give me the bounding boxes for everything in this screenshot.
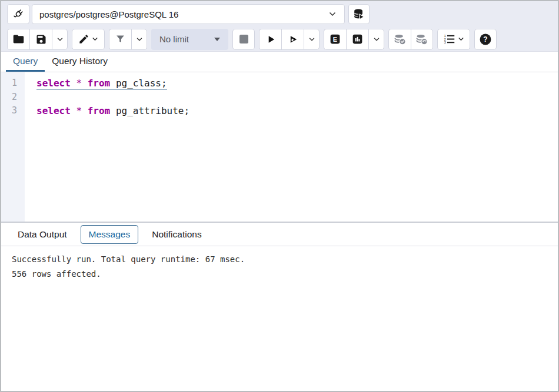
line-number: 3: [1, 104, 17, 118]
sql-editor[interactable]: 123 select * from pg_class;select * from…: [1, 72, 558, 222]
editor-line[interactable]: select * from pg_class;: [36, 76, 558, 91]
play-icon: [265, 33, 277, 45]
sql-token-plain: [71, 105, 76, 116]
sql-token-keyword: from: [88, 105, 111, 116]
sql-token-keyword: select: [36, 105, 71, 116]
commit-database-check-icon: [394, 33, 407, 46]
filter-button-group: [109, 29, 147, 50]
editor-line[interactable]: select * from pg_attribute;: [36, 104, 558, 118]
filter-button[interactable]: [109, 29, 131, 50]
open-file-button[interactable]: [7, 29, 29, 50]
stop-button[interactable]: [232, 29, 255, 50]
tab-query-history-label: Query History: [52, 56, 108, 66]
edit-dropdown-button[interactable]: [72, 29, 105, 50]
tab-notifications[interactable]: Notifications: [144, 225, 209, 244]
filter-funnel-icon: [115, 33, 126, 45]
chevron-down-icon: [308, 35, 316, 43]
sql-token-keyword: select: [36, 78, 71, 89]
tab-data-output[interactable]: Data Output: [9, 225, 75, 244]
execute-button[interactable]: [259, 29, 281, 50]
chevron-down-icon: [372, 35, 381, 43]
sql-token-operator: *: [76, 78, 82, 89]
tab-query[interactable]: Query: [6, 52, 45, 72]
macros-dropdown-button[interactable]: 1 2 3: [437, 29, 470, 50]
bar-chart-icon: [351, 33, 364, 45]
explain-options-dropdown[interactable]: [368, 29, 384, 50]
sql-token-plain: pg_attribute;: [110, 105, 189, 116]
chevron-down-icon: [91, 35, 99, 43]
svg-text:?: ?: [483, 35, 487, 43]
row-limit-select[interactable]: No limit: [151, 29, 228, 50]
floppy-save-icon: [35, 33, 47, 45]
folder-icon: [12, 33, 25, 45]
message-line: Successfully run. Total query runtime: 6…: [12, 252, 547, 267]
line-number: 1: [1, 76, 17, 91]
explain-button-group: E: [324, 29, 384, 50]
sql-token-operator: *: [76, 105, 82, 116]
explain-e-icon: E: [329, 33, 341, 45]
chevron-down-icon: [56, 35, 64, 43]
editor-line[interactable]: [36, 91, 558, 105]
play-cursor-icon: [287, 33, 299, 45]
query-tool-window: postgres/postgres@PostgreSQL 16: [0, 0, 559, 392]
messages-panel: Successfully run. Total query runtime: 6…: [1, 246, 558, 391]
sql-token-keyword: from: [88, 78, 111, 89]
file-button-group: [7, 29, 68, 50]
query-tab-bar: Query Query History: [1, 52, 558, 72]
help-button-group: ?: [474, 29, 497, 50]
help-button[interactable]: ?: [474, 29, 497, 50]
svg-text:E: E: [333, 36, 337, 43]
dropdown-triangle-icon: [214, 38, 220, 41]
output-tab-bar: Data Output Messages Notifications: [1, 223, 558, 246]
connection-label: postgres/postgres@PostgreSQL 16: [39, 9, 178, 19]
help-question-icon: ?: [479, 33, 492, 46]
line-number: 2: [1, 91, 17, 105]
new-query-tool-button[interactable]: [348, 4, 370, 24]
sql-token-plain: [82, 105, 88, 116]
message-line: 556 rows affected.: [12, 267, 547, 282]
macros-button-group: 1 2 3: [437, 29, 470, 50]
editor-code-area[interactable]: select * from pg_class;select * from pg_…: [25, 72, 558, 222]
tab-messages-label: Messages: [89, 229, 131, 239]
execute-button-group: [259, 29, 320, 50]
edit-button-group: [72, 29, 105, 50]
sql-token-plain: pg_class;: [110, 78, 167, 89]
connection-selector[interactable]: postgres/postgres@PostgreSQL 16: [32, 4, 345, 24]
tab-query-history[interactable]: Query History: [45, 52, 115, 72]
rollback-database-undo-icon: [415, 33, 428, 46]
svg-text:3: 3: [444, 41, 445, 44]
execute-options-dropdown[interactable]: [304, 29, 320, 50]
connection-status-button[interactable]: [7, 4, 29, 24]
commit-button[interactable]: [388, 29, 411, 50]
chevron-down-icon: [457, 35, 465, 43]
chevron-down-icon: [328, 9, 337, 19]
explain-button[interactable]: E: [324, 29, 346, 50]
editor-gutter: 123: [1, 72, 25, 222]
filter-options-dropdown[interactable]: [131, 29, 147, 50]
stop-button-group: [232, 29, 255, 50]
transaction-button-group: [388, 29, 433, 50]
sql-token-plain: [82, 78, 88, 89]
pencil-icon: [78, 33, 89, 45]
explain-analyze-button[interactable]: [346, 29, 368, 50]
database-query-icon: [352, 8, 365, 21]
save-button[interactable]: [29, 29, 52, 50]
numbered-list-icon: 1 2 3: [443, 33, 455, 45]
tab-query-label: Query: [13, 56, 38, 66]
connection-bar: postgres/postgres@PostgreSQL 16: [1, 1, 558, 27]
stop-icon: [239, 35, 248, 43]
plug-icon: [12, 8, 25, 21]
execute-from-cursor-button[interactable]: [281, 29, 304, 50]
save-options-dropdown[interactable]: [52, 29, 68, 50]
tab-data-output-label: Data Output: [18, 229, 67, 239]
executed-query-underline: select * from pg_class;: [36, 78, 167, 90]
tab-notifications-label: Notifications: [152, 229, 201, 239]
query-toolbar: No limit: [1, 27, 558, 52]
rollback-button[interactable]: [411, 29, 433, 50]
row-limit-label: No limit: [159, 34, 189, 44]
chevron-down-icon: [135, 35, 144, 43]
sql-token-plain: [71, 78, 76, 89]
tab-messages[interactable]: Messages: [81, 225, 139, 244]
